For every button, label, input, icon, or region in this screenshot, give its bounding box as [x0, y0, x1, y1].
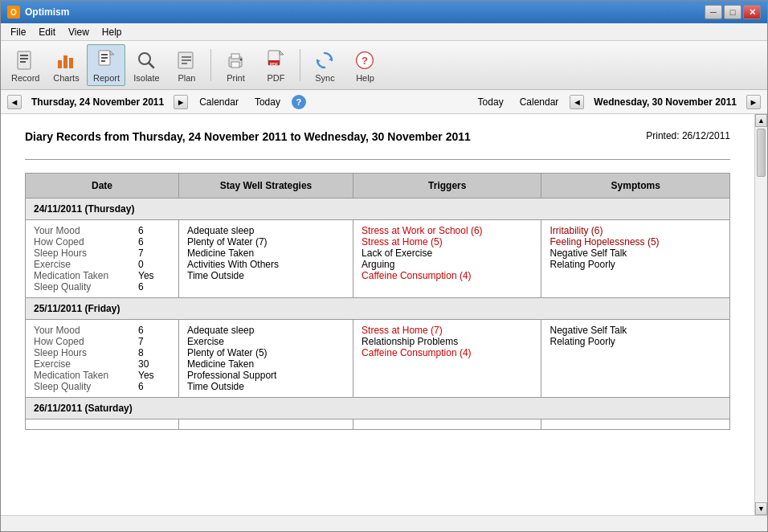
strategy-item: Time Outside — [187, 381, 345, 392]
strategy-item: Plenty of Water (7) — [187, 236, 345, 248]
main-window: O Optimism ─ □ ✕ File Edit View Help Rec… — [0, 0, 768, 532]
trigger-item: Stress at Home (5) — [362, 236, 533, 248]
metric-label: Your Mood — [34, 325, 138, 336]
metric-label: Sleep Hours — [34, 248, 138, 259]
strategy-item: Professional Support — [187, 370, 345, 381]
close-button[interactable]: ✕ — [743, 5, 761, 19]
plan-icon — [174, 47, 199, 73]
report-label: Report — [93, 73, 120, 83]
menu-edit[interactable]: Edit — [32, 25, 62, 39]
pdf-button[interactable]: PDF PDF — [256, 44, 295, 86]
metric-row: How Coped6 — [34, 236, 170, 248]
scroll-thumb[interactable] — [757, 129, 766, 177]
col-symptoms: Symptoms — [541, 174, 730, 198]
symptom-item: Irritability (6) — [549, 225, 721, 236]
prev-end-date-button[interactable]: ◄ — [570, 95, 584, 109]
help-button[interactable]: ? Help — [345, 44, 384, 86]
strategy-item: Adequate sleep — [187, 325, 345, 336]
nav-help-button[interactable]: ? — [292, 95, 306, 109]
metric-row: Exercise30 — [34, 358, 170, 370]
svg-rect-19 — [231, 54, 239, 59]
svg-marker-25 — [280, 51, 284, 55]
pdf-icon: PDF — [263, 47, 288, 73]
table-date-row: 25/11/2011 (Friday) — [26, 298, 730, 320]
trigger-item: Arguing — [362, 259, 533, 270]
scroll-up-button[interactable]: ▲ — [755, 114, 767, 127]
window-title: Optimism — [25, 6, 69, 18]
svg-rect-8 — [101, 54, 108, 55]
isolate-button[interactable]: Isolate — [127, 44, 165, 86]
toolbar-separator-1 — [210, 49, 211, 81]
start-date: Thursday, 24 November 2011 — [28, 96, 167, 108]
metric-label: Medication Taken — [34, 270, 138, 281]
strategy-item: Medicine Taken — [187, 248, 345, 259]
plan-button[interactable]: Plan — [167, 44, 206, 86]
svg-point-21 — [240, 59, 243, 61]
metric-label: Medication Taken — [34, 370, 138, 381]
metric-row: Your Mood6 — [34, 225, 170, 236]
strategies-cell: Adequate sleepPlenty of Water (7)Medicin… — [179, 220, 353, 298]
metric-value: 8 — [138, 347, 170, 358]
metric-row: Medication TakenYes — [34, 270, 170, 281]
menu-file[interactable]: File — [4, 25, 32, 39]
metrics-cell: Your Mood6How Coped7Sleep Hours8Exercise… — [26, 320, 179, 398]
charts-button[interactable]: Charts — [47, 44, 85, 86]
metric-value: 6 — [138, 225, 170, 236]
metric-value: Yes — [138, 370, 170, 381]
report-button[interactable]: Report — [87, 44, 125, 86]
prev-date-button[interactable]: ◄ — [7, 95, 22, 109]
menu-help[interactable]: Help — [96, 25, 129, 39]
table-row: Your Mood6How Coped7Sleep Hours8Exercise… — [26, 320, 730, 398]
next-date-button[interactable]: ► — [174, 95, 188, 109]
report-scroll[interactable]: Diary Records from Thursday, 24 November… — [1, 114, 754, 515]
today-link-right[interactable]: Today — [473, 95, 509, 109]
metric-label: Sleep Quality — [34, 381, 138, 392]
symptom-item: Relating Poorly — [549, 336, 721, 347]
report-header: Diary Records from Thursday, 24 November… — [25, 130, 730, 146]
charts-label: Charts — [53, 73, 79, 83]
scrollbar[interactable]: ▲ ▼ — [754, 114, 767, 515]
strategy-item: Adequate sleep — [187, 225, 345, 236]
menu-view[interactable]: View — [62, 25, 96, 39]
metric-value: 7 — [138, 336, 170, 347]
svg-rect-3 — [20, 61, 26, 63]
symptom-item: Negative Self Talk — [549, 325, 721, 336]
scroll-track — [755, 127, 767, 502]
trigger-item: Relationship Problems — [362, 336, 533, 347]
calendar-link-left[interactable]: Calendar — [194, 95, 243, 109]
scroll-down-button[interactable]: ▼ — [755, 502, 767, 515]
svg-rect-20 — [231, 62, 239, 68]
metric-label: Exercise — [34, 259, 138, 270]
symptoms-cell — [541, 419, 730, 430]
today-link-left[interactable]: Today — [250, 95, 285, 109]
svg-marker-11 — [110, 51, 114, 55]
toolbar-separator-2 — [300, 49, 300, 81]
plan-label: Plan — [178, 73, 195, 83]
trigger-item: Stress at Work or School (6) — [362, 225, 533, 236]
maximize-button[interactable]: □ — [724, 5, 741, 19]
svg-rect-1 — [20, 55, 28, 56]
sync-button[interactable]: Sync — [305, 44, 344, 86]
print-button[interactable]: Print — [216, 44, 255, 86]
trigger-item: Stress at Home (7) — [362, 325, 533, 336]
trigger-item: Caffeine Consumption (4) — [362, 270, 533, 281]
metric-label: How Coped — [34, 236, 138, 248]
calendar-link-right[interactable]: Calendar — [515, 95, 564, 109]
report-icon — [93, 47, 119, 73]
triggers-cell: Stress at Work or School (6)Stress at Ho… — [353, 220, 541, 298]
record-button[interactable]: Record — [6, 44, 45, 86]
metrics-cell — [26, 419, 179, 430]
menu-bar: File Edit View Help — [1, 23, 767, 41]
triggers-cell: Stress at Home (7)Relationship ProblemsC… — [353, 320, 541, 398]
svg-text:?: ? — [362, 55, 368, 67]
strategy-item: Medicine Taken — [187, 358, 345, 370]
svg-line-13 — [149, 63, 153, 68]
next-end-date-button[interactable]: ► — [746, 95, 761, 109]
minimize-button[interactable]: ─ — [705, 5, 722, 19]
pdf-label: PDF — [267, 73, 284, 83]
symptom-item: Negative Self Talk — [549, 248, 721, 259]
status-bar — [1, 515, 767, 531]
symptom-item: Relating Poorly — [549, 259, 721, 270]
metric-row: Sleep Quality6 — [34, 281, 170, 293]
table-date-row: 24/11/2011 (Thursday) — [26, 198, 730, 220]
